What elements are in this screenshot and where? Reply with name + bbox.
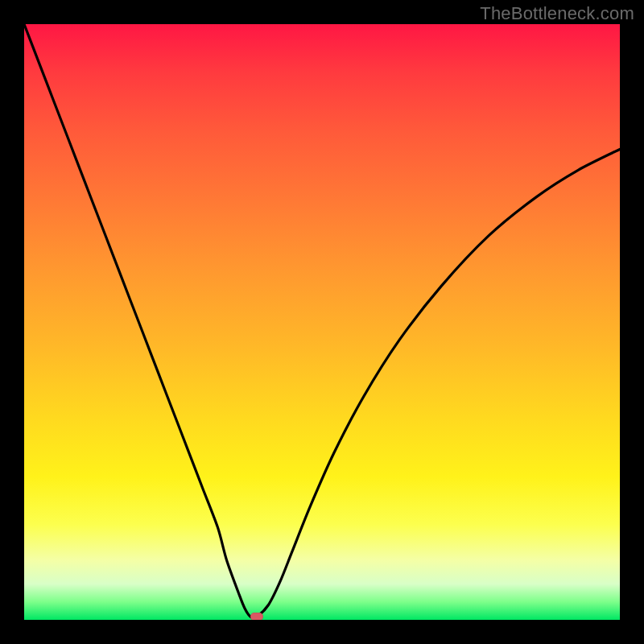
bottleneck-curve — [24, 24, 620, 620]
watermark-text: TheBottleneck.com — [480, 3, 634, 24]
chart-frame: TheBottleneck.com — [0, 0, 644, 644]
plot-area — [24, 24, 620, 620]
optimal-point-marker — [250, 613, 263, 620]
